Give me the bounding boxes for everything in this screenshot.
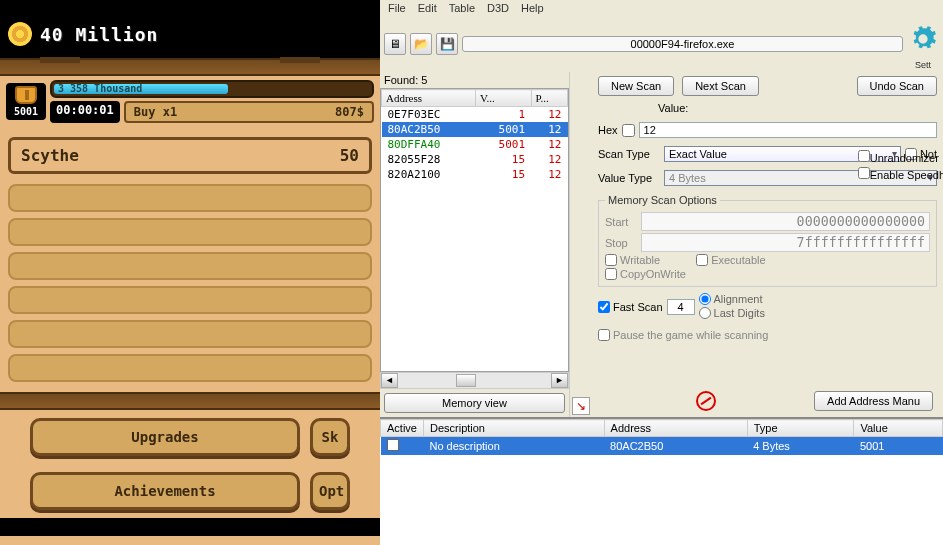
memory-scan-options: Memory Scan Options Start Stop Writable … (598, 194, 937, 287)
menu-help[interactable]: Help (521, 2, 544, 14)
slot (8, 184, 372, 212)
col-value[interactable]: V... (475, 90, 531, 107)
memopts-legend: Memory Scan Options (605, 194, 720, 206)
col-address[interactable]: Address (382, 90, 476, 107)
table-row[interactable]: 820A21001512 (382, 167, 568, 182)
col-value[interactable]: Value (854, 420, 943, 437)
start-label: Start (605, 216, 635, 228)
stop-label: Stop (605, 237, 635, 249)
buy-label: Buy x1 (134, 105, 177, 119)
table-row[interactable]: No description 80AC2B50 4 Bytes 5001 (381, 437, 943, 456)
scantype-label: Scan Type (598, 148, 660, 160)
undo-scan-button[interactable]: Undo Scan (857, 76, 937, 96)
value-label: Value: (658, 102, 688, 114)
executable-checkbox[interactable] (696, 254, 708, 266)
address-table[interactable]: Address V... P... 0E7F03EC112 80AC2B5050… (380, 88, 569, 372)
game-title: 40 Million (40, 24, 158, 45)
stop-icon[interactable] (696, 391, 716, 411)
open-folder-icon[interactable]: 📂 (410, 33, 432, 55)
table-row[interactable]: 0E7F03EC112 (382, 107, 568, 123)
menu-table[interactable]: Table (449, 2, 475, 14)
scroll-right-icon: ► (551, 373, 568, 388)
col-active[interactable]: Active (381, 420, 424, 437)
game-title-bar: 40 Million (0, 10, 380, 58)
divider-strip (0, 392, 380, 410)
col-prev[interactable]: P... (531, 90, 567, 107)
empty-slots (0, 180, 380, 386)
scythe-icon (15, 86, 37, 104)
stats-row: 5001 3 358 Thousand 00:00:01 Buy x1 807$ (0, 76, 380, 127)
buy-button[interactable]: Buy x1 807$ (124, 101, 374, 123)
address-pane: Found: 5 Address V... P... 0E7F03EC112 8… (380, 72, 570, 417)
speedhack-checkbox[interactable] (858, 167, 870, 179)
menu-edit[interactable]: Edit (418, 2, 437, 14)
buy-cost: 807$ (335, 105, 364, 119)
value-input[interactable] (639, 122, 937, 138)
right-options: Unrandomizer Enable Speedh (858, 147, 943, 184)
game-header-strip (0, 0, 380, 10)
active-checkbox[interactable] (387, 439, 399, 451)
found-label: Found: 5 (380, 72, 569, 88)
options-button[interactable]: Opt (310, 472, 350, 510)
alignment-radio[interactable] (699, 293, 711, 305)
valuetype-label: Value Type (598, 172, 660, 184)
unrandomizer-checkbox[interactable] (858, 150, 870, 162)
game-footer (0, 518, 380, 536)
h-scrollbar[interactable]: ◄ ► (380, 372, 569, 389)
scroll-thumb (456, 374, 476, 387)
slot (8, 320, 372, 348)
new-scan-button[interactable]: New Scan (598, 76, 674, 96)
process-name[interactable]: 00000F94-firefox.exe (462, 36, 903, 52)
slot (8, 286, 372, 314)
lastdigits-radio[interactable] (699, 307, 711, 319)
stop-input[interactable] (641, 233, 930, 252)
menu-file[interactable]: File (388, 2, 406, 14)
slot (8, 218, 372, 246)
gear-icon[interactable] (907, 18, 939, 60)
slot (8, 252, 372, 280)
cheat-engine-panel: File Edit Table D3D Help 🖥 📂 💾 00000F94-… (380, 0, 943, 545)
col-desc[interactable]: Description (423, 420, 604, 437)
item-value: 50 (340, 146, 359, 165)
fastscan-input[interactable] (667, 299, 695, 315)
col-addr[interactable]: Address (604, 420, 747, 437)
menu-d3d[interactable]: D3D (487, 2, 509, 14)
fastscan-checkbox[interactable] (598, 301, 610, 313)
table-row[interactable]: 80DFFA40500112 (382, 137, 568, 152)
hex-label: Hex (598, 124, 618, 136)
slot (8, 354, 372, 382)
swirl-icon (8, 22, 32, 46)
writable-checkbox[interactable] (605, 254, 617, 266)
divider-strip (0, 58, 380, 76)
scroll-left-icon: ◄ (381, 373, 398, 388)
memory-view-button[interactable]: Memory view (384, 393, 565, 413)
process-picker-icon[interactable]: 🖥 (384, 33, 406, 55)
achievements-button[interactable]: Achievements (30, 472, 300, 510)
copyonwrite-checkbox[interactable] (605, 268, 617, 280)
settings-label: Sett (907, 60, 939, 70)
table-row[interactable]: 80AC2B50500112 (382, 122, 568, 137)
coin-count: 5001 (10, 106, 42, 117)
progress-bar: 3 358 Thousand (50, 80, 374, 98)
coin-box: 5001 (6, 83, 46, 120)
game-panel: 40 Million 5001 3 358 Thousand 00:00:01 … (0, 0, 380, 545)
timer: 00:00:01 (50, 101, 120, 123)
scan-pane: New Scan Next Scan Undo Scan Value: Hex … (592, 72, 943, 417)
hex-checkbox[interactable] (622, 124, 635, 137)
toolbar: 🖥 📂 💾 00000F94-firefox.exe Sett (380, 16, 943, 72)
cheat-table[interactable]: Active Description Address Type Value No… (380, 417, 943, 545)
add-address-button[interactable]: Add Address Manu (814, 391, 933, 411)
upgrades-button[interactable]: Upgrades (30, 418, 300, 456)
start-input[interactable] (641, 212, 930, 231)
item-row-scythe[interactable]: Scythe 50 (8, 137, 372, 174)
save-icon[interactable]: 💾 (436, 33, 458, 55)
col-type[interactable]: Type (747, 420, 854, 437)
add-to-list-icon[interactable]: ↘ (572, 397, 590, 415)
pause-checkbox[interactable] (598, 329, 610, 341)
table-row[interactable]: 82055F281512 (382, 152, 568, 167)
skills-button[interactable]: Sk (310, 418, 350, 456)
item-name: Scythe (21, 146, 79, 165)
next-scan-button[interactable]: Next Scan (682, 76, 759, 96)
progress-label: 3 358 Thousand (58, 83, 142, 94)
menu-bar: File Edit Table D3D Help (380, 0, 943, 16)
